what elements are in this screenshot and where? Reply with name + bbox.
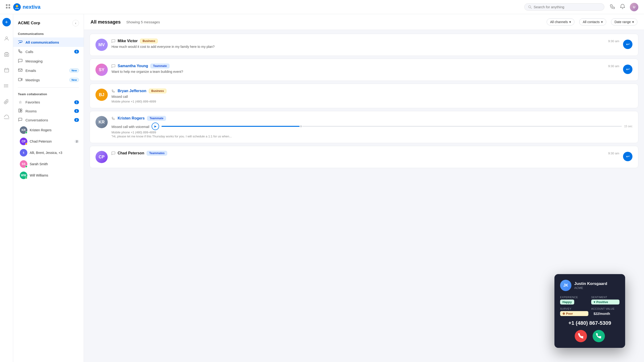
star-icon: ⊛ xyxy=(562,312,565,315)
heart-icon: ♥ xyxy=(594,300,596,304)
message-card-bryan-jefferson: BJ Bryan Jefferson Business Missed call … xyxy=(90,84,638,108)
sidebar-item-calls[interactable]: Calls 5 xyxy=(13,47,84,56)
body-samantha-young: Want to help me organize a team building… xyxy=(112,69,619,74)
progress-dot-kristen xyxy=(300,125,302,128)
popup-name-justin: Justin Korsgaard xyxy=(574,282,607,286)
rail-cloud-icon[interactable] xyxy=(2,113,11,123)
popup-account-value-cell: ACCOUNT VALUE $22/month xyxy=(591,307,620,316)
filter-date-range-label: Date range xyxy=(614,20,631,24)
popup-call-actions xyxy=(560,330,620,342)
calls-badge: 5 xyxy=(74,50,79,54)
rail-person-icon[interactable] xyxy=(2,34,11,44)
reply-button-samantha-young[interactable]: ↩ xyxy=(623,64,632,74)
message-card-samantha-young: SY Samantha Young Teammate 9:30 am Want … xyxy=(90,59,638,81)
conv-avatar-sarah: SS xyxy=(20,160,27,168)
sidebar-item-meetings[interactable]: Meetings New xyxy=(13,75,84,84)
reply-button-chad-peterson[interactable]: ↩ xyxy=(623,152,632,161)
svg-rect-10 xyxy=(6,54,6,55)
status-dot-will xyxy=(25,177,27,179)
emails-icon xyxy=(18,68,23,73)
conv-item-sarah-smith[interactable]: SS Sarah Smith xyxy=(13,158,84,170)
experience-label: EXPERIENCE xyxy=(560,296,588,298)
avatar-kristen-rogers: KR xyxy=(96,116,108,128)
body-sub-kristen-rogers: Mobile phone +1 (480) 899-4899 xyxy=(112,130,632,134)
sidebar-item-favorites[interactable]: ☆ Favorites 1 xyxy=(13,98,84,106)
calls-label: Calls xyxy=(26,50,72,54)
conversations-badge: 2 xyxy=(74,118,79,122)
experience-value: Happy xyxy=(560,300,574,304)
reply-button-mike-victor[interactable]: ↩ xyxy=(623,40,632,49)
company-name: ACME Corp xyxy=(18,21,40,26)
phone-button[interactable] xyxy=(610,4,615,10)
conv-avatar-kristen: KR xyxy=(20,126,27,134)
popup-phone-number: +1 (480) 867-5309 xyxy=(560,320,620,326)
sidebar-item-all-communications[interactable]: All communications xyxy=(13,38,84,47)
favorites-label: Favorites xyxy=(26,100,72,104)
messages-title: All messages xyxy=(90,19,121,25)
sidebar-item-emails[interactable]: Emails New xyxy=(13,66,84,75)
sentiment-label: SENTIMENT xyxy=(591,296,620,298)
messages-list: MV Mike Victor Business 9:30 am How much… xyxy=(84,30,644,172)
conv-badge-chad: 2 xyxy=(75,140,79,143)
sidebar-item-rooms[interactable]: Rooms 1 xyxy=(13,106,84,116)
icon-rail: + xyxy=(0,14,13,362)
conv-item-will-williams[interactable]: WW Will Williams xyxy=(13,170,84,181)
conversations-icon xyxy=(18,118,23,122)
status-dot-sarah xyxy=(25,166,27,168)
online-dot-kristen xyxy=(25,132,27,134)
filter-all-contacts-label: All contacts xyxy=(583,20,600,24)
rooms-badge: 1 xyxy=(74,109,79,113)
sidebar-item-conversations[interactable]: Conversations 2 xyxy=(13,116,84,124)
bell-button[interactable] xyxy=(620,4,625,10)
conv-name-chad: Chad Peterson xyxy=(30,140,72,143)
answer-button[interactable] xyxy=(592,330,605,342)
message-top-samantha: Samantha Young Teammate 9:30 am xyxy=(112,64,619,68)
sidebar-collapse-button[interactable]: ‹ xyxy=(72,20,79,26)
phone-icon-bryan xyxy=(112,89,115,93)
name-kristen-rogers: Kristen Rogers xyxy=(118,116,145,120)
favorites-icon: ☆ xyxy=(18,100,23,104)
rail-calendar-icon[interactable] xyxy=(2,66,11,76)
filter-date-range[interactable]: Date range ▾ xyxy=(611,18,638,26)
search-icon xyxy=(528,5,532,9)
filter-all-contacts[interactable]: All contacts ▾ xyxy=(579,18,606,26)
svg-rect-21 xyxy=(18,109,20,112)
meetings-icon xyxy=(18,77,23,82)
svg-rect-12 xyxy=(4,68,9,72)
tag-kristen-rogers: Teammate xyxy=(147,116,166,121)
search-bar[interactable] xyxy=(524,3,604,10)
rooms-label: Rooms xyxy=(26,109,72,113)
conv-item-chad-peterson[interactable]: CP Chad Peterson 2 xyxy=(13,136,84,147)
body-bryan-jefferson: Missed call xyxy=(112,94,632,99)
conv-item-group[interactable]: 5 Alli, Brent, Jessica, +3 xyxy=(13,147,84,158)
message-top-mike-victor: Mike Victor Business 9:30 am xyxy=(112,39,619,43)
logo-text: nextiva xyxy=(23,4,40,10)
play-button-kristen[interactable]: ▶ xyxy=(152,122,159,130)
message-top-chad: Chad Peterson Teammates 9:30 am xyxy=(112,151,619,156)
survey-label: SURVEY xyxy=(560,307,588,310)
all-communications-label: All communications xyxy=(26,40,79,44)
message-content-kristen-rogers: Kristen Rogers Teammate Missed call with… xyxy=(112,116,632,138)
filter-all-channels[interactable]: All channels ▾ xyxy=(547,18,575,26)
popup-sentiment-cell: SENTIMENT ♥ Positive xyxy=(591,296,620,304)
message-card-kristen-rogers: KR Kristen Rogers Teammate Missed call w… xyxy=(90,111,638,143)
voicemail-player: Missed call with voicemail ▶ 15 sec xyxy=(112,122,632,130)
chat-icon-chad xyxy=(112,151,115,155)
search-input[interactable] xyxy=(534,5,600,9)
conv-avatar-chad: CP xyxy=(20,138,27,145)
add-button[interactable]: + xyxy=(2,18,11,26)
grid-icon[interactable] xyxy=(6,4,10,10)
conv-item-kristen-rogers[interactable]: KR Kristen Rogers xyxy=(13,124,84,136)
main-layout: + ACME Corp ‹ Communications xyxy=(0,14,644,362)
user-avatar[interactable]: U xyxy=(630,3,638,11)
name-bryan-jefferson: Bryan Jefferson xyxy=(118,89,146,93)
avatar-samantha-young: SY xyxy=(96,64,108,76)
message-top-bryan: Bryan Jefferson Business xyxy=(112,88,632,93)
rail-building-icon[interactable] xyxy=(2,50,11,60)
all-communications-icon xyxy=(18,40,23,45)
rail-list-icon[interactable] xyxy=(2,81,11,92)
svg-rect-1 xyxy=(8,4,10,6)
hangup-button[interactable] xyxy=(575,330,587,342)
sidebar-item-messaging[interactable]: Messaging xyxy=(13,56,84,66)
rail-paperclip-icon[interactable] xyxy=(2,97,11,107)
